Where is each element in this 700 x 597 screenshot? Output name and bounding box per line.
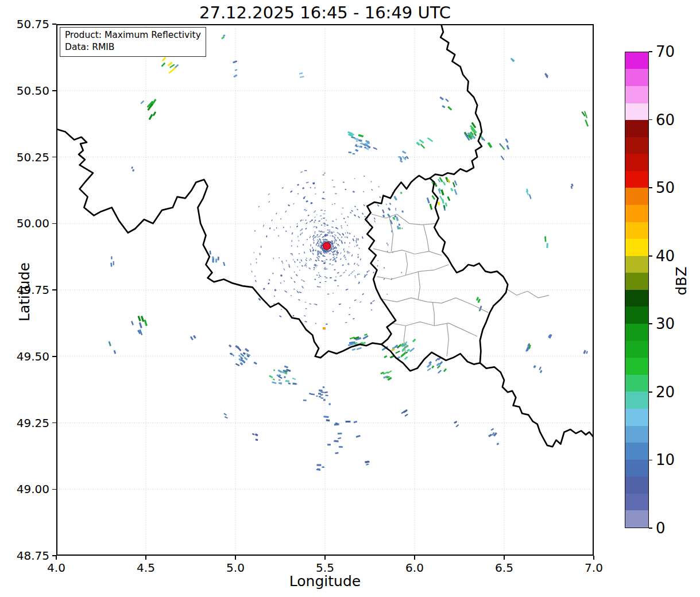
clutter-speck xyxy=(337,285,339,286)
clutter-speck xyxy=(300,171,303,173)
echo-speck xyxy=(338,433,342,435)
clutter-speck xyxy=(305,219,307,220)
clutter-speck xyxy=(324,267,326,268)
colorbar-segment xyxy=(625,273,648,290)
echo-speck xyxy=(389,203,392,205)
clutter-speck xyxy=(368,270,370,272)
echo-speck xyxy=(292,378,296,380)
clutter-speck xyxy=(322,236,324,238)
echo-speck xyxy=(223,413,227,416)
clutter-speck xyxy=(310,187,312,188)
clutter-speck xyxy=(304,301,306,303)
colorbar-segment xyxy=(625,426,648,443)
echo-speck xyxy=(303,197,305,199)
clutter-speck xyxy=(292,315,294,317)
clutter-speck xyxy=(322,198,324,199)
clutter-speck xyxy=(326,220,327,220)
regional-border-line xyxy=(447,323,448,356)
echo-speck xyxy=(327,444,331,445)
clutter-speck xyxy=(300,292,301,293)
clutter-speck xyxy=(318,240,319,242)
clutter-speck xyxy=(316,243,317,246)
clutter-speck xyxy=(363,191,365,192)
echo-speck xyxy=(193,335,196,339)
echo-speck xyxy=(269,375,273,378)
clutter-speck xyxy=(334,242,335,244)
echo-speck xyxy=(406,156,409,159)
clutter-speck xyxy=(318,243,320,245)
echo-speck xyxy=(328,403,331,405)
clutter-speck xyxy=(309,303,311,304)
clutter-speck xyxy=(323,223,325,224)
clutter-speck xyxy=(350,212,351,214)
clutter-speck xyxy=(276,212,277,214)
echo-speck xyxy=(356,435,361,438)
colorbar-segment xyxy=(625,341,648,358)
clutter-speck xyxy=(314,242,315,244)
clutter-speck xyxy=(315,193,316,195)
echo-speck xyxy=(352,348,356,351)
clutter-speck xyxy=(297,236,299,238)
echo-speck xyxy=(272,381,276,384)
echo-speck xyxy=(544,237,546,242)
clutter-speck xyxy=(323,253,325,254)
clutter-speck xyxy=(347,224,348,226)
y-tick-mark xyxy=(52,356,56,357)
clutter-speck xyxy=(322,175,324,176)
clutter-speck xyxy=(354,236,355,237)
x-tick-mark xyxy=(145,556,146,560)
echo-speck xyxy=(243,352,246,355)
clutter-speck xyxy=(339,245,339,246)
clutter-speck xyxy=(345,232,346,234)
echo-strong-cell xyxy=(323,327,326,329)
echo-speck xyxy=(412,339,416,343)
echo-speck xyxy=(114,350,117,354)
clutter-speck xyxy=(343,181,345,183)
echo-speck xyxy=(396,216,399,221)
clutter-speck xyxy=(300,219,302,222)
clutter-speck xyxy=(362,237,363,238)
echo-speck xyxy=(302,187,304,189)
y-tick-mark xyxy=(52,157,56,158)
clutter-speck xyxy=(266,235,267,237)
y-tick-mark xyxy=(52,223,56,224)
echo-speck xyxy=(355,149,358,152)
echo-speck xyxy=(316,464,321,466)
echo-speck xyxy=(229,344,232,347)
echo-speck xyxy=(309,393,311,394)
echo-speck xyxy=(285,380,289,382)
clutter-speck xyxy=(343,255,345,257)
regional-border-line xyxy=(432,302,434,326)
colorbar-tick-mark xyxy=(649,255,652,257)
colorbar-tick-label: 60 xyxy=(656,111,675,129)
clutter-speck xyxy=(309,259,310,261)
colorbar-segment xyxy=(625,120,648,137)
clutter-speck xyxy=(324,226,326,226)
clutter-speck xyxy=(316,234,319,236)
echo-speck xyxy=(399,223,401,226)
clutter-speck xyxy=(349,242,350,243)
echo-speck xyxy=(274,289,276,291)
echo-speck xyxy=(334,440,338,442)
clutter-speck xyxy=(284,290,287,292)
clutter-speck xyxy=(297,266,298,268)
clutter-speck xyxy=(378,186,380,187)
clutter-speck xyxy=(324,261,326,261)
echo-speck xyxy=(319,396,321,398)
clutter-speck xyxy=(288,264,290,266)
clutter-speck xyxy=(316,274,318,276)
plot-title: 27.12.2025 16:45 - 16:49 UTC xyxy=(56,3,594,22)
clutter-speck xyxy=(342,264,344,266)
clutter-speck xyxy=(319,276,322,277)
clutter-speck xyxy=(305,308,307,309)
clutter-speck xyxy=(327,251,328,251)
clutter-speck xyxy=(314,237,315,238)
x-tick-mark xyxy=(593,556,594,560)
regional-border-line xyxy=(424,225,429,251)
x-tick-mark xyxy=(324,556,326,560)
clutter-speck xyxy=(325,281,327,282)
colorbar-segment xyxy=(625,154,648,171)
radar-map-svg xyxy=(56,24,594,556)
clutter-speck xyxy=(315,304,317,305)
colorbar-label: dBZ xyxy=(673,258,690,304)
